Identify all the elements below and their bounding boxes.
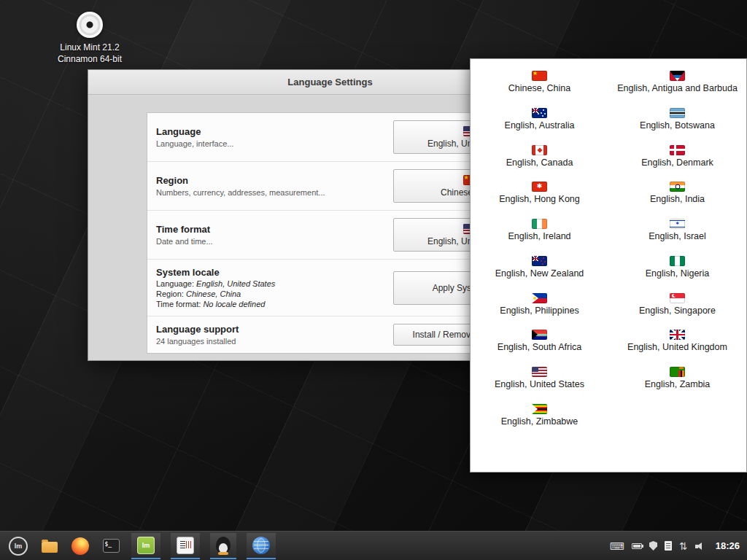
language-option[interactable]: English, Ireland — [471, 211, 608, 249]
language-option[interactable]: English, Antigua and Barbuda — [608, 63, 746, 101]
flag-icon — [670, 293, 685, 303]
globe-icon — [252, 537, 270, 554]
language-option-label: English, Ireland — [508, 232, 570, 242]
language-picker-popup: Chinese, China English, Antigua and Barb… — [470, 58, 747, 472]
flag-icon — [670, 256, 685, 266]
terminal-icon: $_ — [103, 539, 120, 553]
locale-region-line: Region: Chinese, China — [156, 289, 275, 298]
language-option[interactable]: English, New Zealand — [471, 249, 608, 286]
language-option[interactable]: English, Zimbabwe — [471, 397, 608, 434]
firefox-icon — [71, 537, 89, 555]
flag-icon — [532, 108, 547, 118]
row-time-format-title: Time format — [156, 224, 213, 235]
software-manager-app-button[interactable]: lm — [131, 533, 160, 559]
row-language-support-title: Language support — [156, 324, 239, 335]
language-option-label: English, Nigeria — [646, 269, 710, 279]
row-language-support-subtitle: 24 languages installed — [156, 337, 239, 346]
desktop-icon-label: Linux Mint 21.2 Cinnamon 64-bit — [58, 42, 122, 65]
flag-icon — [532, 145, 547, 155]
volume-tray-icon[interactable] — [695, 542, 705, 551]
language-option-label: English, Canada — [506, 158, 573, 168]
language-option-label: English, Botswana — [640, 121, 715, 131]
language-option[interactable]: English, United States — [471, 359, 608, 397]
flag-icon — [532, 182, 547, 192]
flag-icon — [670, 330, 685, 340]
language-option[interactable]: English, Botswana — [608, 101, 746, 138]
battery-tray-icon[interactable] — [632, 543, 642, 549]
flag-icon — [532, 71, 547, 81]
row-region-title: Region — [156, 175, 325, 186]
mint-logo-icon: lm — [9, 537, 28, 556]
desktop-icon-label-line1: Linux Mint 21.2 — [60, 42, 119, 52]
language-option[interactable]: Chinese, China — [471, 63, 608, 101]
language-option-label: English, United States — [495, 380, 584, 390]
language-option-label: English, United Kingdom — [627, 343, 727, 353]
language-option[interactable]: English, Philippines — [471, 286, 608, 323]
mint-app-icon: lm — [137, 537, 155, 554]
flag-icon — [670, 367, 685, 377]
shield-tray-icon[interactable] — [649, 541, 657, 551]
tux-app-button[interactable] — [210, 533, 236, 559]
flag-icon — [670, 71, 685, 81]
language-option-label: English, Zimbabwe — [501, 417, 578, 427]
language-option-label: Chinese, China — [508, 84, 570, 94]
row-language-subtitle: Language, interface... — [156, 139, 233, 148]
disc-icon — [77, 12, 103, 38]
language-option[interactable]: English, Israel — [608, 211, 746, 249]
window-title: Language Settings — [287, 77, 372, 88]
flag-icon — [670, 145, 685, 155]
row-time-format-subtitle: Date and time... — [156, 237, 213, 246]
language-app-icon — [177, 537, 194, 554]
language-option-label: English, South Africa — [498, 343, 581, 353]
desktop-icon-label-line2: Cinnamon 64-bit — [58, 54, 122, 64]
language-option-label: English, Antigua and Barbuda — [617, 84, 738, 94]
notes-tray-icon[interactable] — [665, 541, 672, 551]
language-option[interactable]: English, Denmark — [608, 138, 746, 175]
flag-icon — [670, 182, 685, 192]
clock[interactable]: 18:26 — [716, 540, 740, 551]
firefox-launcher[interactable] — [70, 533, 90, 559]
row-system-locale-title: System locale — [156, 267, 275, 278]
flag-icon — [670, 108, 685, 118]
language-option-label: English, New Zealand — [495, 269, 584, 279]
locale-language-line: Language: English, United States — [156, 279, 275, 288]
language-option[interactable]: English, Nigeria — [608, 249, 746, 286]
language-option-label: English, Zambia — [645, 380, 711, 390]
desktop-icon-linux-mint-iso[interactable]: Linux Mint 21.2 Cinnamon 64-bit — [47, 12, 133, 65]
flag-icon — [532, 367, 547, 377]
language-option-label: English, Singapore — [639, 306, 716, 316]
language-option[interactable]: English, India — [608, 174, 746, 211]
globe-app-button[interactable] — [247, 533, 276, 559]
flag-icon — [532, 219, 547, 229]
flag-icon — [532, 404, 547, 414]
tux-icon — [216, 537, 231, 554]
language-option[interactable]: English, Canada — [471, 138, 608, 175]
language-option[interactable]: English, South Africa — [471, 322, 608, 359]
language-option[interactable]: English, Singapore — [608, 286, 746, 323]
language-option-label: English, Philippines — [500, 306, 578, 316]
language-option[interactable]: English, United Kingdom — [608, 322, 746, 359]
language-option-label: English, Israel — [649, 232, 706, 242]
flag-icon — [532, 256, 547, 266]
language-option-label: English, Australia — [505, 121, 575, 131]
language-list: Chinese, China English, Antigua and Barb… — [471, 63, 746, 434]
language-option[interactable]: English, Hong Kong — [471, 174, 608, 211]
keyboard-tray-icon[interactable]: ⌨ — [610, 541, 624, 551]
row-language-title: Language — [156, 126, 233, 137]
terminal-launcher[interactable]: $_ — [101, 533, 121, 559]
flag-icon — [532, 293, 547, 303]
language-option-label: English, Hong Kong — [499, 195, 580, 205]
files-launcher[interactable] — [39, 533, 60, 559]
mint-menu-button[interactable]: lm — [7, 535, 29, 557]
language-option-label: English, India — [650, 195, 705, 205]
taskbar: lm $_ lm ⌨ ⇅ 18:26 — [0, 531, 747, 560]
language-settings-app-button[interactable] — [171, 533, 200, 559]
flag-icon — [532, 330, 547, 340]
language-option-label: English, Denmark — [641, 158, 713, 168]
language-option[interactable]: English, Australia — [471, 101, 608, 138]
language-option[interactable]: English, Zambia — [608, 359, 746, 397]
folder-icon — [42, 542, 58, 553]
flag-icon — [670, 219, 685, 229]
network-tray-icon[interactable]: ⇅ — [679, 541, 688, 551]
locale-time-format-line: Time format: No locale defined — [156, 300, 275, 308]
